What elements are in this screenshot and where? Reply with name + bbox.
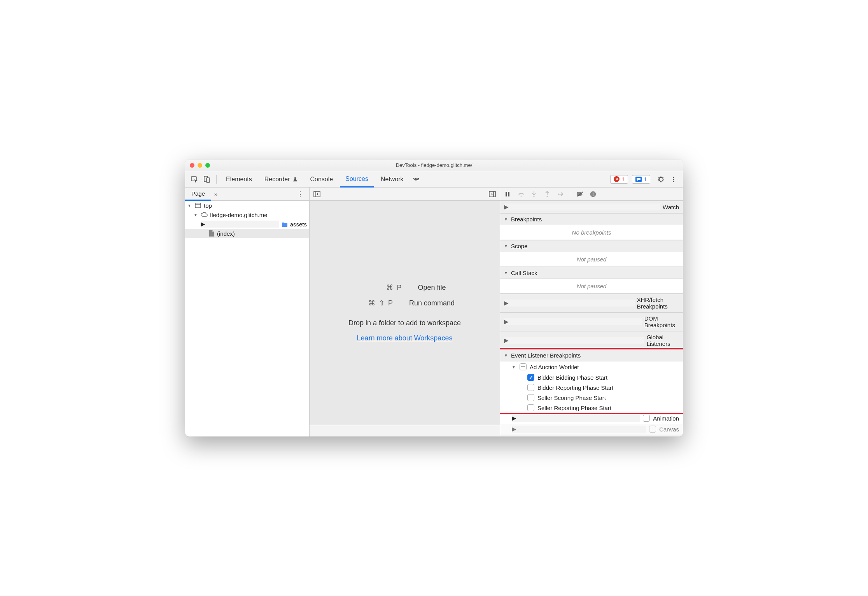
step-icon[interactable] — [558, 191, 565, 197]
event-label: Seller Scoring Phase Start — [537, 394, 606, 401]
expand-icon — [504, 244, 509, 248]
error-badge[interactable]: ✕1 — [610, 175, 628, 184]
section-xhr-breakpoints[interactable]: XHR/fetch Breakpoints — [500, 294, 683, 312]
checkbox[interactable] — [527, 384, 534, 391]
expand-icon — [504, 217, 509, 221]
event-label: Bidder Bidding Phase Start — [537, 374, 607, 381]
minimize-window-button[interactable] — [198, 163, 202, 168]
tab-sources[interactable]: Sources — [340, 171, 374, 188]
section-watch[interactable]: Watch — [500, 201, 683, 213]
section-label: Event Listener Breakpoints — [511, 352, 581, 359]
tab-label: Elements — [226, 176, 252, 183]
tree-origin[interactable]: fledge-demo.glitch.me — [185, 210, 309, 219]
pause-icon[interactable] — [505, 191, 513, 197]
section-scope[interactable]: Scope — [500, 240, 683, 252]
shortcut-keys: ⌘ P — [363, 283, 402, 292]
section-breakpoints[interactable]: Breakpoints — [500, 213, 683, 225]
tab-network[interactable]: Network — [375, 171, 409, 188]
tree-top-frame[interactable]: top — [185, 201, 309, 210]
checkbox[interactable] — [527, 394, 534, 401]
svg-point-16 — [521, 195, 522, 196]
expand-icon — [504, 300, 635, 307]
workspaces-link[interactable]: Learn more about Workspaces — [357, 334, 453, 342]
expand-icon — [504, 271, 509, 275]
event-bidder-reporting[interactable]: Bidder Reporting Phase Start — [500, 382, 683, 393]
svg-rect-3 — [637, 178, 640, 180]
more-tabs-chevron-icon[interactable] — [411, 174, 422, 185]
show-debugger-icon[interactable] — [489, 191, 496, 197]
not-paused-text: Not paused — [500, 279, 683, 294]
tab-label: Console — [310, 176, 333, 183]
category-animation[interactable]: Animation — [500, 413, 683, 424]
subtab-page[interactable]: Page — [185, 188, 211, 201]
deactivate-breakpoints-icon[interactable] — [577, 191, 584, 197]
tab-recorder[interactable]: Recorder — [259, 171, 303, 188]
svg-point-7 — [673, 181, 674, 182]
device-toggle-icon[interactable] — [201, 174, 212, 185]
shortcut-keys: ⌘ ⇧ P — [355, 299, 394, 307]
debugger-toolbar — [500, 188, 683, 201]
settings-gear-icon[interactable] — [656, 174, 667, 185]
tree-label: fledge-demo.glitch.me — [210, 212, 268, 218]
checkbox[interactable] — [649, 426, 656, 433]
section-dom-breakpoints[interactable]: DOM Breakpoints — [500, 312, 683, 331]
category-ad-auction-worklet[interactable]: Ad Auction Worklet — [500, 361, 683, 372]
svg-point-19 — [558, 193, 559, 195]
checkbox[interactable] — [527, 374, 534, 381]
kebab-menu-icon[interactable] — [668, 174, 679, 185]
section-global-listeners[interactable]: Global Listeners — [500, 331, 683, 349]
svg-rect-15 — [508, 192, 510, 196]
event-bidder-bidding[interactable]: Bidder Bidding Phase Start — [500, 372, 683, 382]
editor-toolbar — [310, 188, 500, 201]
error-count: 1 — [621, 176, 625, 182]
tree-file-index[interactable]: (index) — [185, 229, 309, 238]
section-label: Breakpoints — [511, 216, 542, 223]
no-breakpoints-text: No breakpoints — [500, 225, 683, 240]
expand-icon — [512, 365, 516, 369]
category-label: Canvas — [659, 426, 679, 433]
more-subtabs-chevron-icon[interactable]: » — [211, 191, 220, 197]
expand-icon — [201, 221, 279, 228]
maximize-window-button[interactable] — [205, 163, 210, 168]
section-call-stack[interactable]: Call Stack — [500, 267, 683, 279]
tree-label: top — [204, 202, 212, 209]
tab-elements[interactable]: Elements — [220, 171, 257, 188]
expand-icon — [187, 203, 192, 208]
frame-icon — [194, 202, 201, 209]
main-tabs: Elements Recorder Console Sources Networ… — [185, 171, 683, 188]
category-label: Animation — [653, 415, 679, 422]
tab-console[interactable]: Console — [305, 171, 339, 188]
section-label: Global Listeners — [647, 334, 679, 347]
section-label: Scope — [511, 243, 528, 249]
svg-rect-22 — [593, 195, 593, 196]
checkbox[interactable] — [527, 404, 534, 411]
tree-folder-assets[interactable]: assets — [185, 219, 309, 229]
show-navigator-icon[interactable] — [313, 191, 320, 197]
event-seller-scoring[interactable]: Seller Scoring Phase Start — [500, 393, 683, 403]
expand-icon — [194, 213, 198, 217]
step-out-icon[interactable] — [544, 191, 552, 197]
subtab-label: Page — [191, 190, 205, 197]
checkbox[interactable] — [643, 415, 650, 422]
pause-exceptions-icon[interactable] — [590, 191, 598, 197]
checkbox-indeterminate[interactable] — [520, 363, 527, 370]
section-label: DOM Breakpoints — [644, 315, 679, 328]
step-into-icon[interactable] — [531, 191, 539, 197]
inspect-icon[interactable] — [189, 174, 200, 185]
section-event-listener-breakpoints[interactable]: Event Listener Breakpoints — [500, 349, 683, 361]
tree-label: assets — [290, 221, 307, 228]
drop-hint: Drop in a folder to add to workspace — [348, 319, 461, 327]
close-window-button[interactable] — [190, 163, 194, 168]
navigator-menu-icon[interactable]: ⋮ — [291, 190, 309, 198]
shortcut-label: Run command — [409, 299, 455, 307]
svg-point-17 — [534, 196, 535, 197]
message-badge[interactable]: 1 — [632, 175, 650, 184]
flask-icon — [292, 177, 298, 182]
expand-icon — [504, 337, 644, 344]
shortcut-label: Open file — [418, 284, 446, 292]
message-icon — [635, 177, 642, 182]
tree-label: (index) — [217, 230, 235, 237]
event-seller-reporting[interactable]: Seller Reporting Phase Start — [500, 403, 683, 413]
category-canvas[interactable]: Canvas — [500, 424, 683, 435]
step-over-icon[interactable] — [518, 191, 526, 197]
